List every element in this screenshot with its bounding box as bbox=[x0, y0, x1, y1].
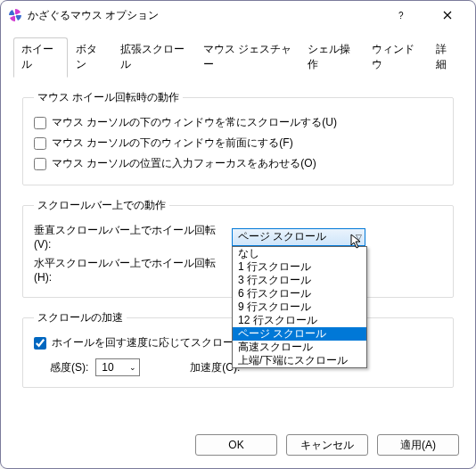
chk-label: マウス カーソルの位置に入力フォーカスをあわせる(O) bbox=[52, 156, 316, 171]
opt-12line[interactable]: 12 行スクロール bbox=[233, 314, 366, 327]
tab-shell[interactable]: シェル操作 bbox=[300, 37, 364, 78]
combo-value: 10 bbox=[102, 361, 113, 374]
ok-button[interactable]: OK bbox=[195, 434, 277, 456]
dropdown-vertical-scroll[interactable]: なし 1 行スクロール 3 行スクロール 6 行スクロール 9 行スクロール 1… bbox=[232, 246, 367, 368]
chk-label: マウス カーソルの下のウィンドウを常にスクロールする(U) bbox=[52, 115, 337, 130]
opt-none[interactable]: なし bbox=[233, 247, 366, 260]
group-legend: スクロールの加速 bbox=[34, 310, 127, 325]
tab-panel-wheel: マウス ホイール回転時の動作 マウス カーソルの下のウィンドウを常にスクロールす… bbox=[13, 78, 463, 409]
combo-value: ページ スクロール bbox=[238, 229, 326, 244]
tab-detail[interactable]: 詳細 bbox=[428, 37, 463, 78]
opt-1line[interactable]: 1 行スクロール bbox=[233, 260, 366, 274]
cancel-button[interactable]: キャンセル bbox=[286, 434, 368, 456]
chk-accel-box[interactable] bbox=[34, 337, 46, 350]
opt-fast[interactable]: 高速スクロール bbox=[233, 341, 366, 354]
chevron-down-icon: ▽ bbox=[356, 233, 362, 242]
tabstrip: ホイール ボタン 拡張スクロール マウス ジェスチャー シェル操作 ウィンドウ … bbox=[13, 37, 463, 78]
footer-buttons: OK キャンセル 適用(A) bbox=[195, 434, 459, 456]
apply-button[interactable]: 適用(A) bbox=[377, 434, 459, 456]
chk-scroll-under-box[interactable] bbox=[34, 117, 46, 129]
label-sensitivity: 感度(S): bbox=[50, 360, 88, 375]
svg-text:?: ? bbox=[398, 11, 404, 20]
pinwheel-icon bbox=[8, 8, 22, 22]
chk-scroll-under[interactable]: マウス カーソルの下のウィンドウを常にスクロールする(U) bbox=[34, 112, 442, 133]
group-legend: スクロールバー上での動作 bbox=[34, 198, 169, 213]
chk-bring-front-box[interactable] bbox=[34, 137, 46, 150]
svg-point-0 bbox=[14, 14, 17, 17]
group-scrollbar: スクロールバー上での動作 垂直スクロールバー上でホイール回転(V): ページ ス… bbox=[22, 198, 454, 298]
tab-extscroll[interactable]: 拡張スクロール bbox=[112, 37, 195, 78]
dialog-window: かざぐるマウス オプション ? ホイール ボタン 拡張スクロール マウス ジェス… bbox=[0, 0, 476, 469]
close-button[interactable] bbox=[427, 2, 468, 29]
window-title: かざぐるマウス オプション bbox=[28, 8, 375, 23]
label-vertical: 垂直スクロールバー上でホイール回転(V): bbox=[34, 223, 226, 251]
opt-6line[interactable]: 6 行スクロール bbox=[233, 287, 366, 300]
opt-9line[interactable]: 9 行スクロール bbox=[233, 300, 366, 314]
chk-focus-match[interactable]: マウス カーソルの位置に入力フォーカスをあわせる(O) bbox=[34, 153, 442, 174]
combo-sensitivity[interactable]: 10 ⌄ bbox=[95, 358, 140, 376]
opt-3line[interactable]: 3 行スクロール bbox=[233, 274, 366, 287]
tab-button[interactable]: ボタン bbox=[68, 37, 112, 78]
tab-window[interactable]: ウィンドウ bbox=[364, 37, 428, 78]
group-wheel-rotate: マウス ホイール回転時の動作 マウス カーソルの下のウィンドウを常にスクロールす… bbox=[22, 90, 454, 185]
tab-gesture[interactable]: マウス ジェスチャー bbox=[195, 37, 300, 78]
chk-focus-match-box[interactable] bbox=[34, 158, 46, 170]
combo-vertical-scroll[interactable]: ページ スクロール ▽ なし 1 行スクロール 3 行スクロール 6 行スクロー… bbox=[232, 228, 365, 246]
chevron-down-icon: ⌄ bbox=[129, 363, 136, 372]
help-button[interactable]: ? bbox=[381, 2, 422, 29]
body: ホイール ボタン 拡張スクロール マウス ジェスチャー シェル操作 ウィンドウ … bbox=[1, 29, 475, 409]
label-horizontal: 水平スクロールバー上でホイール回転(H): bbox=[34, 256, 226, 284]
opt-page[interactable]: ページ スクロール bbox=[233, 327, 366, 341]
tab-wheel[interactable]: ホイール bbox=[13, 37, 68, 78]
chk-label: マウス カーソルの下のウィンドウを前面にする(F) bbox=[52, 136, 293, 151]
group-legend: マウス ホイール回転時の動作 bbox=[34, 90, 183, 105]
chk-bring-front[interactable]: マウス カーソルの下のウィンドウを前面にする(F) bbox=[34, 133, 442, 153]
titlebar: かざぐるマウス オプション ? bbox=[1, 1, 475, 29]
opt-edge[interactable]: 上端/下端にスクロール bbox=[233, 354, 366, 367]
row-vertical-scroll: 垂直スクロールバー上でホイール回転(V): ページ スクロール ▽ なし 1 行… bbox=[34, 220, 442, 253]
